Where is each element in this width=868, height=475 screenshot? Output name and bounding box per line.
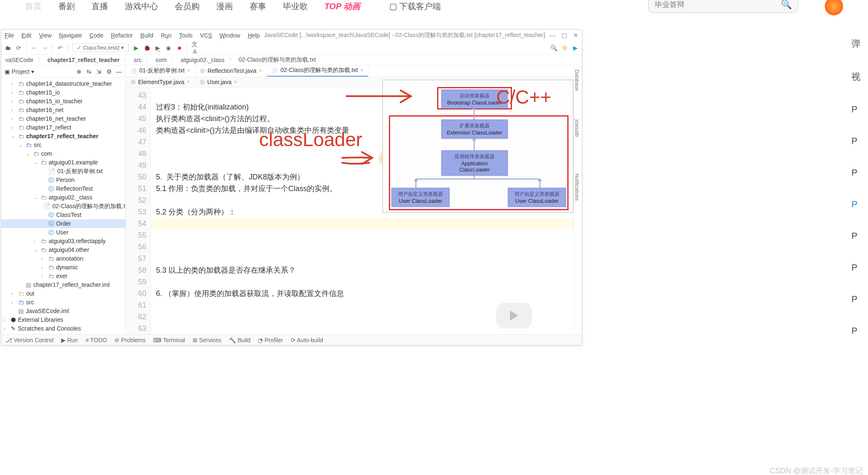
breadcrumb-item[interactable]: src <box>134 57 141 63</box>
menu-view[interactable]: View <box>39 32 52 39</box>
tree-item[interactable]: ›🗀exer <box>1 272 126 281</box>
status-build[interactable]: 🔨 Build <box>229 337 250 343</box>
profile-icon[interactable]: ◉ <box>165 45 172 51</box>
tree-item[interactable]: ⌄🗀atguigu02._class <box>1 193 126 202</box>
rail-item[interactable]: P <box>851 326 868 336</box>
coverage-icon[interactable]: ▶̲ <box>154 45 161 51</box>
close-tab-icon[interactable]: × <box>234 79 237 85</box>
tree-item[interactable]: ›🗀chapter14_datastructure_teacher <box>1 80 126 88</box>
notifications-tool-button[interactable]: Notifications <box>574 174 580 201</box>
search-input[interactable] <box>655 0 781 9</box>
rail-item[interactable]: P <box>851 136 868 147</box>
close-icon[interactable]: ✕ <box>573 32 579 39</box>
breadcrumb-item[interactable]: com <box>156 57 166 63</box>
jclasslib-tool-button[interactable]: jclasslib <box>574 119 580 137</box>
nav-item[interactable]: 毕业歌 <box>283 1 308 12</box>
rail-item[interactable]: P <box>851 199 868 210</box>
select-opened-file-icon[interactable]: ⊕ <box>76 68 82 75</box>
search-icon[interactable]: 🔍 <box>781 0 792 10</box>
stop-icon[interactable]: ■ <box>176 45 183 51</box>
sync-icon[interactable]: ⟳ <box>15 45 22 51</box>
close-tab-icon[interactable]: × <box>187 68 190 74</box>
close-tab-icon[interactable]: × <box>259 68 262 74</box>
tree-item[interactable]: ⌄🗀src <box>1 141 126 149</box>
nav-item[interactable]: 直播 <box>91 1 108 12</box>
tree-item[interactable]: ⒸOrder <box>1 219 126 228</box>
menu-refactor[interactable]: Refactor <box>111 32 133 39</box>
tree-item[interactable]: ›🗀chapter15_io_teacher <box>1 97 126 106</box>
status-profiler[interactable]: ◔ Profiler <box>258 337 283 343</box>
tree-item[interactable]: ⒸReflectionTest <box>1 184 126 193</box>
run-icon[interactable]: ▶ <box>133 45 139 51</box>
nav-item-promo[interactable]: TOP 动画 <box>324 1 360 12</box>
menu-file[interactable]: File <box>5 32 14 39</box>
nav-item[interactable]: 番剧 <box>58 1 75 12</box>
debug-icon[interactable]: 🐞 <box>143 45 150 51</box>
forward-icon[interactable]: → <box>42 45 48 51</box>
menu-tools[interactable]: Tools <box>179 32 193 39</box>
nav-item[interactable]: 游戏中心 <box>125 1 158 12</box>
tree-item[interactable]: ›🗀src <box>1 298 126 307</box>
minimize-icon[interactable]: — <box>549 32 556 39</box>
tree-item[interactable]: ⌄🗀chapter17_reflect_teacher <box>1 132 126 141</box>
project-dropdown[interactable]: ▣ Project ▾ <box>5 68 34 75</box>
undo-icon[interactable]: ↶ <box>57 45 64 51</box>
toolbox-icon[interactable]: ▶ <box>572 45 579 51</box>
menu-code[interactable]: Code <box>89 32 103 39</box>
database-tool-button[interactable]: Database <box>574 70 580 91</box>
ide-gear-icon[interactable]: ⚙ <box>561 45 568 51</box>
save-icon[interactable]: 🖿 <box>5 45 11 51</box>
breadcrumb-item[interactable]: vaSECode <box>5 57 33 63</box>
menu-vcs[interactable]: VCS <box>200 32 212 39</box>
rail-item[interactable]: P <box>851 104 868 115</box>
editor-tab[interactable]: ⒸReflectionTest.java× <box>195 65 267 77</box>
rail-item[interactable]: 弹 <box>851 37 868 50</box>
rail-item[interactable]: P <box>851 231 868 241</box>
status-autobuild[interactable]: ⟳ Auto-build <box>291 337 323 343</box>
collapse-all-icon[interactable]: ⇲ <box>96 68 102 75</box>
tree-item[interactable]: ⌄🗀atguigu04.other <box>1 246 126 254</box>
close-tab-icon[interactable]: × <box>360 67 363 73</box>
tree-item[interactable]: ›🗀chapter17_reflect <box>1 123 126 132</box>
nav-download[interactable]: ▢ 下载客户端 <box>389 1 441 12</box>
expand-all-icon[interactable]: ⇆ <box>86 68 92 75</box>
status-terminal[interactable]: ⌨ Terminal <box>153 337 185 343</box>
tree-item[interactable]: ›🗀atguigu03.reflectapply <box>1 237 126 246</box>
menu-edit[interactable]: Edit <box>22 32 32 39</box>
tree-item[interactable]: 📄01-反射的举例.txt <box>1 167 126 176</box>
tree-item[interactable]: ⒸUser <box>1 228 126 237</box>
maximize-icon[interactable]: ▢ <box>561 32 567 39</box>
breadcrumb-item[interactable]: atguigu02._class <box>181 57 225 63</box>
tree-item[interactable]: ›⬢External Libraries <box>1 316 126 324</box>
breadcrumb-item[interactable]: 02-Class的理解与类的加载.txt <box>239 56 316 64</box>
back-icon[interactable]: ← <box>31 45 37 51</box>
status-todo[interactable]: ≡ TODO <box>85 337 107 343</box>
editor-tab[interactable]: ⒸUser.java× <box>195 79 242 85</box>
tree-item[interactable]: ›🗀chapter15_io <box>1 88 126 97</box>
nav-item[interactable]: 会员购 <box>175 1 200 12</box>
tree-settings-icon[interactable]: ⚙ <box>106 68 112 75</box>
tree-item[interactable]: ›🗀chapter16_net <box>1 106 126 114</box>
nav-item[interactable]: 赛事 <box>250 1 266 12</box>
rail-item[interactable]: P <box>851 262 868 273</box>
search-everywhere-icon[interactable]: 🔍 <box>550 45 557 51</box>
rail-item[interactable]: P <box>851 294 868 305</box>
tree-item[interactable]: ⒸClassTest <box>1 211 126 219</box>
tree-item[interactable]: ›🗀annotation <box>1 254 126 263</box>
status-services[interactable]: ⊞ Services <box>193 337 222 343</box>
tree-item[interactable]: ▤JavaSECode.iml <box>1 307 126 316</box>
close-tab-icon[interactable]: × <box>187 79 190 85</box>
menu-navigate[interactable]: Navigate <box>59 32 82 39</box>
editor-tab[interactable]: 📄02-Class的理解与类的加载.txt× <box>267 65 368 77</box>
tree-item[interactable]: 📄02-Class的理解与类的加载.t <box>1 202 126 211</box>
status-problems[interactable]: ⊘ Problems <box>114 337 146 343</box>
tree-item[interactable]: ⌄🗀com <box>1 149 126 158</box>
translate-icon[interactable]: 文A <box>191 41 198 55</box>
tree-item[interactable]: ›✎Scratches and Consoles <box>1 324 126 333</box>
tree-item[interactable]: ›🗀chapter16_net_teacher <box>1 114 126 123</box>
nav-item[interactable]: 漫画 <box>216 1 233 12</box>
tree-item[interactable]: ▤chapter17_reflect_teacher.iml <box>1 281 126 289</box>
tree-item[interactable]: ›🗀out <box>1 289 126 298</box>
menu-run[interactable]: Run <box>161 32 172 39</box>
avatar[interactable] <box>825 0 843 15</box>
